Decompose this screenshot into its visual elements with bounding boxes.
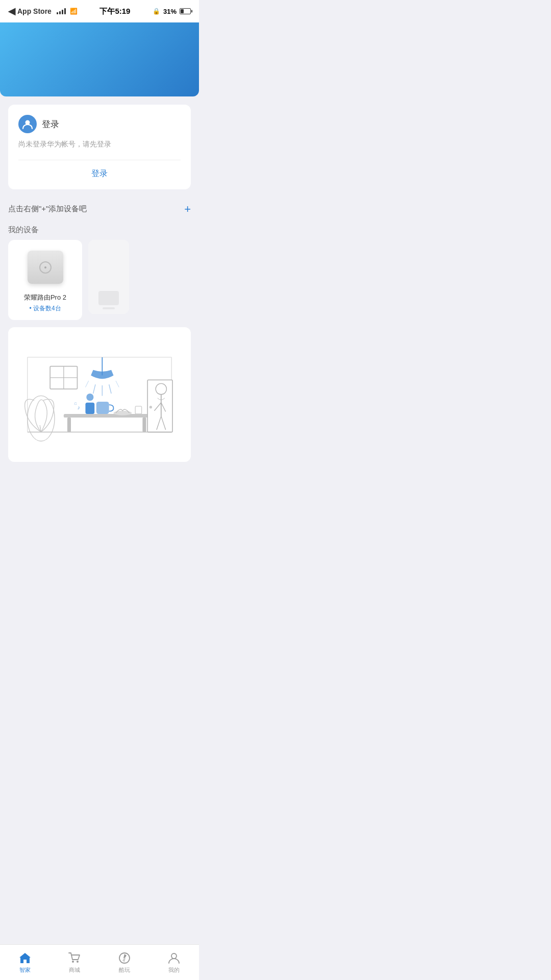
status-left: ◀ App Store 📶 bbox=[8, 6, 78, 17]
svg-rect-13 bbox=[67, 418, 71, 432]
login-divider bbox=[18, 160, 181, 160]
device-card[interactable]: 荣耀路由Pro 2 设备数4台 bbox=[8, 240, 82, 320]
svg-rect-22 bbox=[135, 406, 141, 413]
status-right: 🔒 31% bbox=[153, 8, 191, 15]
svg-rect-14 bbox=[142, 418, 146, 432]
peek-card-svg bbox=[88, 240, 129, 314]
svg-rect-20 bbox=[96, 402, 109, 414]
hero-banner bbox=[0, 22, 199, 96]
add-device-button[interactable]: + bbox=[184, 204, 191, 215]
back-icon[interactable]: ◀ bbox=[8, 6, 15, 17]
svg-text:♫: ♫ bbox=[73, 401, 77, 406]
svg-rect-12 bbox=[64, 414, 150, 418]
signal-icon bbox=[57, 8, 66, 14]
app-store-label: App Store bbox=[17, 7, 52, 15]
user-avatar-icon bbox=[18, 115, 37, 133]
svg-point-17 bbox=[86, 394, 93, 401]
router-circle bbox=[39, 261, 52, 274]
smart-home-illustration-svg: ♪ ♫ bbox=[18, 337, 181, 450]
login-description: 尚未登录华为帐号，请先登录 bbox=[18, 139, 181, 150]
svg-point-21 bbox=[114, 410, 132, 415]
wifi-icon: 📶 bbox=[70, 8, 78, 15]
smart-home-card: ♪ ♫ bbox=[8, 327, 191, 462]
svg-text:♪: ♪ bbox=[77, 404, 80, 410]
svg-point-24 bbox=[149, 406, 152, 408]
battery-percent: 31% bbox=[163, 8, 177, 15]
login-card: 登录 尚未登录华为帐号，请先登录 登录 bbox=[8, 105, 191, 189]
svg-point-15 bbox=[28, 396, 55, 441]
login-title: 登录 bbox=[42, 118, 59, 130]
svg-rect-3 bbox=[103, 307, 115, 309]
devices-row: 荣耀路由Pro 2 设备数4台 bbox=[0, 240, 199, 320]
add-device-prompt: 点击右侧"+"添加设备吧 bbox=[8, 204, 87, 214]
login-header: 登录 bbox=[18, 115, 181, 133]
router-dot bbox=[44, 266, 46, 268]
second-device-peek bbox=[88, 240, 129, 314]
battery-icon bbox=[180, 8, 191, 14]
device-count: 设备数4台 bbox=[29, 304, 61, 313]
user-svg bbox=[22, 118, 33, 130]
svg-rect-16 bbox=[85, 402, 94, 413]
svg-rect-2 bbox=[98, 291, 119, 305]
status-bar: ◀ App Store 📶 下午5:19 🔒 31% bbox=[0, 0, 199, 22]
lock-icon: 🔒 bbox=[153, 8, 160, 15]
login-button[interactable]: 登录 bbox=[18, 168, 181, 179]
device-image bbox=[25, 247, 66, 288]
add-device-section: 点击右侧"+"添加设备吧 + bbox=[0, 198, 199, 221]
status-time: 下午5:19 bbox=[99, 7, 130, 16]
my-devices-title: 我的设备 bbox=[0, 225, 199, 240]
router-body bbox=[28, 251, 63, 284]
device-name: 荣耀路由Pro 2 bbox=[24, 293, 66, 302]
